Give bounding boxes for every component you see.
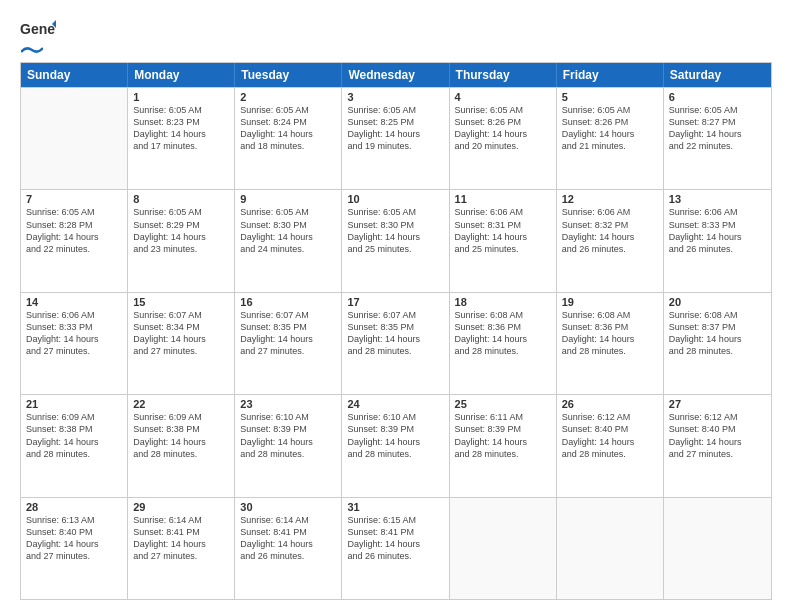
day-info: Sunrise: 6:12 AMSunset: 8:40 PMDaylight:… — [562, 411, 658, 460]
day-number: 26 — [562, 398, 658, 410]
day-info: Sunrise: 6:05 AMSunset: 8:30 PMDaylight:… — [240, 206, 336, 255]
day-info: Sunrise: 6:10 AMSunset: 8:39 PMDaylight:… — [347, 411, 443, 460]
day-info: Sunrise: 6:05 AMSunset: 8:26 PMDaylight:… — [455, 104, 551, 153]
day-number: 1 — [133, 91, 229, 103]
day-number: 31 — [347, 501, 443, 513]
cal-cell-1-5: 4Sunrise: 6:05 AMSunset: 8:26 PMDaylight… — [450, 88, 557, 189]
cal-cell-2-5: 11Sunrise: 6:06 AMSunset: 8:31 PMDayligh… — [450, 190, 557, 291]
cal-cell-5-6 — [557, 498, 664, 599]
cal-cell-1-3: 2Sunrise: 6:05 AMSunset: 8:24 PMDaylight… — [235, 88, 342, 189]
cal-cell-2-7: 13Sunrise: 6:06 AMSunset: 8:33 PMDayligh… — [664, 190, 771, 291]
cal-cell-3-2: 15Sunrise: 6:07 AMSunset: 8:34 PMDayligh… — [128, 293, 235, 394]
day-number: 16 — [240, 296, 336, 308]
cal-cell-1-6: 5Sunrise: 6:05 AMSunset: 8:26 PMDaylight… — [557, 88, 664, 189]
logo-wave-icon — [21, 44, 43, 56]
week-row-1: 1Sunrise: 6:05 AMSunset: 8:23 PMDaylight… — [21, 87, 771, 189]
day-info: Sunrise: 6:08 AMSunset: 8:36 PMDaylight:… — [562, 309, 658, 358]
day-info: Sunrise: 6:06 AMSunset: 8:33 PMDaylight:… — [669, 206, 766, 255]
day-number: 14 — [26, 296, 122, 308]
day-info: Sunrise: 6:05 AMSunset: 8:26 PMDaylight:… — [562, 104, 658, 153]
cal-cell-2-2: 8Sunrise: 6:05 AMSunset: 8:29 PMDaylight… — [128, 190, 235, 291]
cal-cell-3-4: 17Sunrise: 6:07 AMSunset: 8:35 PMDayligh… — [342, 293, 449, 394]
cal-cell-5-4: 31Sunrise: 6:15 AMSunset: 8:41 PMDayligh… — [342, 498, 449, 599]
week-row-3: 14Sunrise: 6:06 AMSunset: 8:33 PMDayligh… — [21, 292, 771, 394]
cal-cell-3-7: 20Sunrise: 6:08 AMSunset: 8:37 PMDayligh… — [664, 293, 771, 394]
day-info: Sunrise: 6:15 AMSunset: 8:41 PMDaylight:… — [347, 514, 443, 563]
day-number: 12 — [562, 193, 658, 205]
day-number: 22 — [133, 398, 229, 410]
calendar-header: SundayMondayTuesdayWednesdayThursdayFrid… — [21, 63, 771, 87]
cal-cell-4-2: 22Sunrise: 6:09 AMSunset: 8:38 PMDayligh… — [128, 395, 235, 496]
day-info: Sunrise: 6:06 AMSunset: 8:33 PMDaylight:… — [26, 309, 122, 358]
day-number: 24 — [347, 398, 443, 410]
day-number: 9 — [240, 193, 336, 205]
week-row-5: 28Sunrise: 6:13 AMSunset: 8:40 PMDayligh… — [21, 497, 771, 599]
header-day-monday: Monday — [128, 63, 235, 87]
day-number: 11 — [455, 193, 551, 205]
cal-cell-2-1: 7Sunrise: 6:05 AMSunset: 8:28 PMDaylight… — [21, 190, 128, 291]
cal-cell-5-1: 28Sunrise: 6:13 AMSunset: 8:40 PMDayligh… — [21, 498, 128, 599]
header-day-thursday: Thursday — [450, 63, 557, 87]
cal-cell-4-4: 24Sunrise: 6:10 AMSunset: 8:39 PMDayligh… — [342, 395, 449, 496]
day-info: Sunrise: 6:14 AMSunset: 8:41 PMDaylight:… — [240, 514, 336, 563]
cal-cell-3-6: 19Sunrise: 6:08 AMSunset: 8:36 PMDayligh… — [557, 293, 664, 394]
day-info: Sunrise: 6:08 AMSunset: 8:37 PMDaylight:… — [669, 309, 766, 358]
day-info: Sunrise: 6:05 AMSunset: 8:27 PMDaylight:… — [669, 104, 766, 153]
day-info: Sunrise: 6:08 AMSunset: 8:36 PMDaylight:… — [455, 309, 551, 358]
day-number: 2 — [240, 91, 336, 103]
cal-cell-1-4: 3Sunrise: 6:05 AMSunset: 8:25 PMDaylight… — [342, 88, 449, 189]
week-row-4: 21Sunrise: 6:09 AMSunset: 8:38 PMDayligh… — [21, 394, 771, 496]
day-info: Sunrise: 6:06 AMSunset: 8:32 PMDaylight:… — [562, 206, 658, 255]
day-info: Sunrise: 6:07 AMSunset: 8:35 PMDaylight:… — [347, 309, 443, 358]
cal-cell-2-6: 12Sunrise: 6:06 AMSunset: 8:32 PMDayligh… — [557, 190, 664, 291]
cal-cell-1-1 — [21, 88, 128, 189]
day-number: 30 — [240, 501, 336, 513]
day-number: 29 — [133, 501, 229, 513]
header: General — [20, 18, 772, 52]
logo-icon: General — [20, 18, 56, 46]
cal-cell-4-1: 21Sunrise: 6:09 AMSunset: 8:38 PMDayligh… — [21, 395, 128, 496]
day-number: 8 — [133, 193, 229, 205]
week-row-2: 7Sunrise: 6:05 AMSunset: 8:28 PMDaylight… — [21, 189, 771, 291]
logo: General — [20, 18, 56, 52]
day-info: Sunrise: 6:12 AMSunset: 8:40 PMDaylight:… — [669, 411, 766, 460]
day-info: Sunrise: 6:09 AMSunset: 8:38 PMDaylight:… — [26, 411, 122, 460]
day-info: Sunrise: 6:07 AMSunset: 8:35 PMDaylight:… — [240, 309, 336, 358]
header-day-sunday: Sunday — [21, 63, 128, 87]
day-info: Sunrise: 6:05 AMSunset: 8:29 PMDaylight:… — [133, 206, 229, 255]
cal-cell-3-5: 18Sunrise: 6:08 AMSunset: 8:36 PMDayligh… — [450, 293, 557, 394]
cal-cell-1-2: 1Sunrise: 6:05 AMSunset: 8:23 PMDaylight… — [128, 88, 235, 189]
cal-cell-3-3: 16Sunrise: 6:07 AMSunset: 8:35 PMDayligh… — [235, 293, 342, 394]
cal-cell-5-5 — [450, 498, 557, 599]
day-info: Sunrise: 6:05 AMSunset: 8:24 PMDaylight:… — [240, 104, 336, 153]
header-day-wednesday: Wednesday — [342, 63, 449, 87]
cal-cell-2-3: 9Sunrise: 6:05 AMSunset: 8:30 PMDaylight… — [235, 190, 342, 291]
day-number: 6 — [669, 91, 766, 103]
day-info: Sunrise: 6:07 AMSunset: 8:34 PMDaylight:… — [133, 309, 229, 358]
day-number: 15 — [133, 296, 229, 308]
day-info: Sunrise: 6:05 AMSunset: 8:28 PMDaylight:… — [26, 206, 122, 255]
calendar-body: 1Sunrise: 6:05 AMSunset: 8:23 PMDaylight… — [21, 87, 771, 599]
cal-cell-4-5: 25Sunrise: 6:11 AMSunset: 8:39 PMDayligh… — [450, 395, 557, 496]
day-info: Sunrise: 6:05 AMSunset: 8:30 PMDaylight:… — [347, 206, 443, 255]
header-day-tuesday: Tuesday — [235, 63, 342, 87]
day-info: Sunrise: 6:05 AMSunset: 8:25 PMDaylight:… — [347, 104, 443, 153]
day-number: 5 — [562, 91, 658, 103]
cal-cell-3-1: 14Sunrise: 6:06 AMSunset: 8:33 PMDayligh… — [21, 293, 128, 394]
day-info: Sunrise: 6:14 AMSunset: 8:41 PMDaylight:… — [133, 514, 229, 563]
day-number: 25 — [455, 398, 551, 410]
cal-cell-5-3: 30Sunrise: 6:14 AMSunset: 8:41 PMDayligh… — [235, 498, 342, 599]
page: General SundayMondayTuesdayWednesdayThur… — [0, 0, 792, 612]
day-number: 10 — [347, 193, 443, 205]
day-number: 20 — [669, 296, 766, 308]
day-number: 27 — [669, 398, 766, 410]
day-info: Sunrise: 6:11 AMSunset: 8:39 PMDaylight:… — [455, 411, 551, 460]
day-number: 7 — [26, 193, 122, 205]
cal-cell-4-3: 23Sunrise: 6:10 AMSunset: 8:39 PMDayligh… — [235, 395, 342, 496]
cal-cell-5-7 — [664, 498, 771, 599]
day-number: 3 — [347, 91, 443, 103]
day-number: 4 — [455, 91, 551, 103]
day-info: Sunrise: 6:10 AMSunset: 8:39 PMDaylight:… — [240, 411, 336, 460]
cal-cell-4-6: 26Sunrise: 6:12 AMSunset: 8:40 PMDayligh… — [557, 395, 664, 496]
svg-text:General: General — [20, 21, 56, 37]
